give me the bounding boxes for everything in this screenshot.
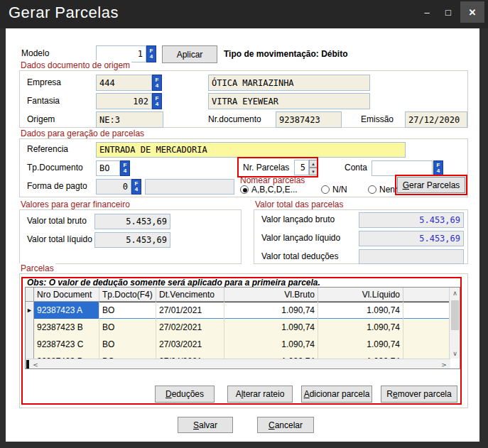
radio-nn[interactable]: N/N — [321, 185, 347, 195]
emissao-field: 27/12/2020 — [405, 111, 467, 128]
f4-icon-bottom: 4 — [124, 168, 126, 174]
valor-lancado-bruto-field: 5.453,69 — [359, 212, 464, 228]
maximize-icon[interactable]: □ — [439, 1, 457, 23]
scroll-left-icon[interactable]: < — [31, 359, 40, 369]
aplicar-button[interactable]: Aplicar — [162, 45, 217, 63]
cell-vencimento: 27/02/2021 — [156, 319, 224, 336]
horizontal-scrollbar-thumb[interactable] — [26, 360, 29, 369]
radio-nenhum-dot[interactable] — [368, 185, 376, 194]
obs-text: Obs: O valor de dedução somente será apl… — [27, 278, 320, 288]
parcelas-table: Nro Document Tp.Docto(F4) Dt.Vencimento … — [25, 287, 460, 369]
f4-tp-documento-icon[interactable]: F4 — [120, 160, 130, 176]
table-row-parcela-a[interactable]: ► 92387423 A BO 27/01/2021 1.090,74 1.09… — [26, 302, 450, 319]
empresa-name-field: ÓTICA MARIAZINHA — [208, 75, 370, 91]
radio-nn-dot[interactable] — [321, 185, 330, 194]
stepper-down-icon[interactable]: ▼ — [309, 168, 318, 175]
valor-lancado-liquido-field: 5.453,69 — [359, 231, 464, 246]
referencia-input[interactable]: ENTRADA DE MERCADORIA — [96, 142, 406, 158]
cell-doc: 92387423 C — [34, 336, 99, 353]
tp-documento-label: Tp.Documento — [27, 163, 83, 173]
origem-label: Origem — [27, 114, 55, 124]
cell-tp: BO — [99, 302, 156, 319]
table-row-parcela-b[interactable]: 92387423 B BO 27/02/2021 1.090,74 1.090,… — [26, 319, 450, 336]
scroll-down-icon[interactable]: ∨ — [450, 348, 460, 359]
forma-pagto-label: Forma de pagto — [27, 181, 87, 191]
alterar-rateio-button[interactable]: Alterar rateio — [227, 386, 293, 403]
valor-total-bruto-field: 5.453,69 — [94, 214, 170, 229]
valor-lancado-bruto-label: Valor lançado bruto — [261, 214, 335, 224]
cell-doc: 92387423 A — [34, 302, 99, 319]
cell-tp: BO — [99, 336, 156, 353]
cell-liquido: 1.090,74 — [318, 319, 403, 336]
f4-empresa-icon[interactable]: F4 — [152, 75, 162, 91]
gerar-parcelas-button[interactable]: Gerar Parcelas — [397, 177, 465, 193]
f4-icon-bottom: 4 — [156, 83, 158, 89]
fantasia-code-field[interactable]: 102 — [96, 93, 152, 109]
table-header-selector — [26, 288, 34, 301]
valor-total-liquido-label: Valor total líquido — [27, 234, 92, 244]
column-header-vl-bruto[interactable]: Vl.Bruto — [224, 288, 318, 301]
f4-forma-pagto-icon[interactable]: F4 — [131, 179, 141, 195]
group-dados-origem-title: Dados documento de origem — [19, 60, 131, 70]
horizontal-scrollbar[interactable]: < > — [26, 359, 450, 369]
cell-bruto: 1.090,74 — [224, 336, 318, 353]
column-header-dt-vencimento[interactable]: Dt.Vencimento — [156, 288, 224, 301]
close-icon[interactable]: ✕ — [460, 1, 484, 23]
nr-parcelas-stepper[interactable]: ▲ ▼ — [309, 160, 318, 175]
cell-liquido: 1.090,74 — [318, 336, 403, 353]
tp-documento-input[interactable]: BO — [96, 160, 120, 176]
minimize-icon[interactable]: – — [418, 1, 436, 23]
conta-label: Conta — [345, 163, 367, 173]
remover-parcela-button[interactable]: Remover parcela — [381, 386, 457, 403]
valor-total-deducoes-field — [359, 249, 464, 264]
deducoes-button[interactable]: Deduções — [155, 386, 215, 403]
cancelar-button[interactable]: Cancelar — [257, 417, 314, 433]
f4-icon-bottom: 4 — [135, 187, 138, 192]
nomear-parcelas-label: Nomear parcelas — [239, 175, 306, 185]
radio-abcde[interactable]: A,B,C,D,E... — [240, 185, 298, 195]
salvar-button[interactable]: Salvar — [178, 417, 233, 433]
vertical-scrollbar[interactable]: ∧ ∨ — [449, 288, 460, 359]
nr-parcelas-input[interactable]: 5 — [294, 160, 309, 175]
group-totais-title: Valor total das parcelas — [254, 200, 345, 209]
conta-input[interactable] — [372, 160, 433, 176]
window-title: Gerar Parcelas — [9, 4, 119, 22]
f4-icon-bottom: 4 — [437, 168, 440, 174]
cell-vencimento: 27/03/2021 — [156, 336, 224, 353]
forma-pagto-desc-field — [145, 179, 234, 195]
radio-abcde-dot[interactable] — [240, 185, 249, 194]
app-window: Gerar Parcelas – □ ✕ Modelo 1 F4 Aplicar… — [0, 0, 488, 448]
f4-conta-icon[interactable]: F4 — [433, 160, 443, 176]
column-header-tp-docto[interactable]: Tp.Docto(F4) — [99, 288, 156, 301]
fantasia-label: Fantasia — [27, 96, 60, 106]
empresa-code-field[interactable]: 444 — [96, 75, 152, 91]
vertical-scrollbar-thumb[interactable] — [451, 300, 459, 330]
origem-field: NE:3 — [96, 111, 163, 128]
valor-total-liquido-field: 5.453,69 — [94, 232, 170, 248]
table-row-parcela-c[interactable]: 92387423 C BO 27/03/2021 1.090,74 1.090,… — [26, 336, 450, 353]
titlebar: Gerar Parcelas – □ ✕ — [0, 0, 488, 28]
referencia-label: Referencia — [27, 144, 68, 154]
adicionar-parcela-button[interactable]: Adicionar parcela — [301, 386, 372, 403]
column-header-nro-documento[interactable]: Nro Document — [34, 288, 99, 301]
nr-parcelas-label: Nr. Parcelas — [243, 163, 289, 173]
stepper-up-icon[interactable]: ▲ — [309, 160, 318, 168]
scroll-right-icon[interactable]: > — [439, 359, 449, 369]
cell-tp: BO — [99, 319, 156, 336]
cell-liquido: 1.090,74 — [318, 302, 403, 319]
group-parcelas-title: Parcelas — [19, 263, 55, 273]
f4-modelo-icon[interactable]: F4 — [146, 45, 156, 62]
f4-fantasia-icon[interactable]: F4 — [152, 93, 162, 109]
table-header-row: Nro Document Tp.Docto(F4) Dt.Vencimento … — [26, 288, 450, 302]
tipo-movimentacao-text: Tipo de movimentação: Débito — [224, 49, 347, 59]
group-valores-title: Valores para gerar financeiro — [19, 200, 131, 209]
column-header-vl-liquido[interactable]: Vl.Líquido — [318, 288, 403, 301]
forma-pagto-code-field[interactable]: 0 — [96, 179, 131, 195]
valor-total-bruto-label: Valor total bruto — [27, 216, 87, 226]
radio-abcde-label: A,B,C,D,E... — [251, 185, 298, 195]
cell-bruto: 1.090,74 — [224, 319, 318, 336]
modelo-label: Modelo — [21, 48, 49, 58]
nr-documento-field: 92387423 — [276, 111, 342, 128]
scroll-up-icon[interactable]: ∧ — [450, 288, 460, 298]
current-row-marker-icon: ► — [26, 307, 33, 314]
